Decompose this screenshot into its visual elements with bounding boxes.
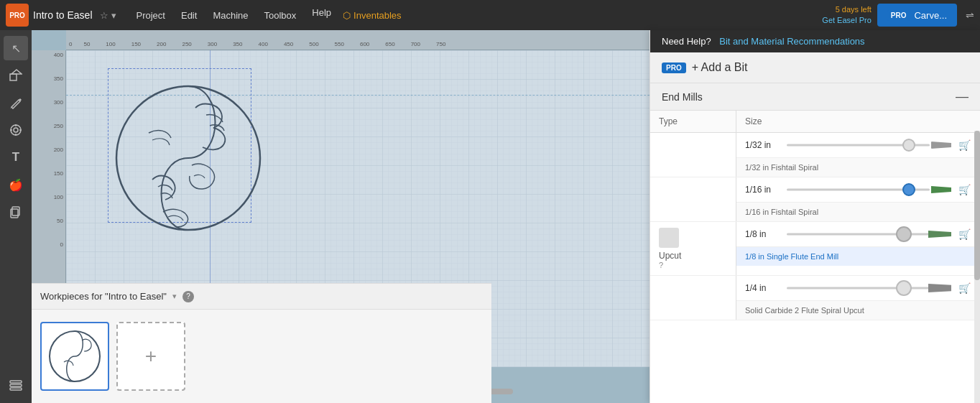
add-bit-bar: PRO + Add a Bit	[650, 52, 980, 83]
cart-icon-1-4[interactable]: 🛒	[957, 281, 971, 295]
bit-type-upcut: Upcut ?	[650, 222, 736, 275]
sidebar-item-settings[interactable]	[4, 373, 28, 397]
nav-right-section: 5 days left Get Easel Pro PRO Carve... ⇌	[822, 4, 974, 27]
upcut-icon	[659, 228, 679, 248]
svg-rect-10	[10, 381, 22, 383]
nav-inventables[interactable]: ⬡ Inventables	[336, 7, 409, 24]
bit-image-1-8	[787, 227, 951, 241]
nav-project[interactable]: Project	[129, 7, 172, 24]
pro-badge: PRO	[887, 10, 910, 21]
col-type: Type	[650, 111, 736, 132]
svg-rect-0	[10, 74, 17, 80]
bit-type-empty-4	[650, 276, 736, 320]
inventables-gem-icon: ⬡	[343, 10, 351, 21]
bit-size-1-16[interactable]: 1/16 in 🛒	[736, 177, 980, 203]
nav-toolbox[interactable]: Toolbox	[257, 7, 304, 24]
expand-icon[interactable]: ⇌	[966, 9, 974, 21]
upcut-help[interactable]: ?	[659, 261, 663, 269]
bit-label-1-32: 1/32 in	[745, 140, 781, 150]
bit-panel-help-bar: Need Help? Bit and Material Recommendati…	[650, 30, 980, 52]
svg-marker-1	[11, 70, 22, 74]
end-mills-title: End Mills	[662, 91, 703, 103]
star-icon[interactable]: ☆	[100, 10, 108, 21]
svg-rect-11	[10, 384, 22, 386]
sidebar-item-target[interactable]	[4, 118, 28, 142]
carve-button[interactable]: PRO Carve...	[877, 4, 957, 27]
sidebar-item-cursor[interactable]: ↖	[4, 36, 28, 60]
bit-image-1-32	[787, 138, 951, 152]
workpieces-dropdown-icon[interactable]: ▾	[172, 292, 177, 301]
pro-badge-add: PRO	[662, 62, 686, 73]
nav-machine[interactable]: Machine	[205, 7, 255, 24]
bit-size-1-4[interactable]: 1/4 in 🛒	[736, 276, 980, 301]
cart-icon-1-32[interactable]: 🛒	[957, 138, 971, 152]
bit-size-1-32-fishtail[interactable]: 1/32 in Fishtail Spiral	[736, 158, 980, 177]
svg-rect-12	[10, 388, 22, 390]
svg-point-3	[14, 128, 18, 132]
bit-label-1-16: 1/16 in	[745, 185, 781, 195]
bit-sizes-1-32: 1/32 in 🛒 1/32 in Fishtail Spiral	[736, 133, 980, 177]
project-title[interactable]: Intro to Easel	[33, 9, 93, 21]
bit-size-1-32[interactable]: 1/32 in 🛒	[736, 133, 980, 158]
bit-type-empty-2	[650, 177, 736, 221]
sidebar-item-text[interactable]: T	[4, 145, 28, 170]
end-mills-collapse[interactable]: —	[956, 89, 969, 104]
add-bit-label[interactable]: + Add a Bit	[692, 61, 748, 74]
bit-label-1-32-fishtail: 1/32 in Fishtail Spiral	[745, 163, 971, 172]
bit-sizes-1-16: 1/16 in 🛒 1/16 in Fishtail Spiral	[736, 177, 980, 221]
bit-label-solid-carbide: Solid Carbide 2 Flute Spiral Upcut	[745, 306, 864, 315]
nav-help[interactable]: Help	[305, 4, 338, 21]
bit-table: Type Size 1/32 in 🛒 1/32 in Fishtail Spi	[650, 111, 980, 403]
bit-sizes-1-4: 1/4 in 🛒 Solid Carbide 2 Flute Spiral Up…	[736, 276, 980, 320]
bit-table-header: Type Size	[650, 111, 980, 133]
bit-label-1-16-fishtail: 1/16 in Fishtail Spiral	[745, 208, 971, 216]
workpieces-title: Workpieces for "Intro to Easel"	[40, 291, 167, 302]
col-size: Size	[736, 111, 980, 132]
bit-selector-panel: Need Help? Bit and Material Recommendati…	[650, 30, 980, 403]
bit-label-1-8: 1/8 in	[745, 229, 781, 239]
top-nav: PRO Intro to Easel ☆ ▾ Project Edit Mach…	[0, 0, 980, 30]
workpieces-help-button[interactable]: ?	[182, 291, 194, 302]
bit-help-link[interactable]: Bit and Material Recommendations	[719, 36, 864, 47]
end-mills-header: End Mills —	[650, 83, 980, 111]
bit-image-1-4	[787, 281, 951, 295]
workpiece-thumb-1[interactable]	[40, 322, 109, 391]
bit-label-1-4: 1/4 in	[745, 283, 781, 293]
bit-size-1-8-single[interactable]: 1/8 in Single Flute End Mill	[736, 247, 980, 266]
bit-size-solid-carbide[interactable]: Solid Carbide 2 Flute Spiral Upcut	[736, 301, 980, 320]
app-logo: PRO	[6, 4, 29, 27]
bit-sizes-1-8: 1/8 in 🛒 1/8 in Single Flute End Mill	[736, 222, 980, 275]
left-sidebar: ↖ T 🍎	[0, 30, 32, 403]
bit-label-1-8-single: 1/8 in Single Flute End Mill	[745, 252, 971, 261]
workpiece-add-button[interactable]: +	[116, 322, 185, 391]
scrollbar-thumb-bit[interactable]	[974, 131, 980, 280]
days-left-info: 5 days left Get Easel Pro	[822, 4, 871, 27]
workpieces-section: Workpieces for "Intro to Easel" ▾ ? +	[32, 283, 491, 403]
sidebar-item-shapes[interactable]	[4, 63, 28, 88]
bit-row-1-8: Upcut ? 1/8 in 🛒 1/8 in Single Flute End…	[650, 222, 980, 276]
sidebar-item-apps[interactable]: 🍎	[4, 172, 28, 197]
bit-type-empty-1	[650, 133, 736, 177]
title-icons: ☆ ▾	[100, 10, 116, 21]
workpieces-content: +	[32, 310, 491, 403]
sidebar-item-pen[interactable]	[4, 91, 28, 115]
chevron-down-icon[interactable]: ▾	[111, 10, 116, 21]
nav-edit[interactable]: Edit	[174, 7, 204, 24]
bit-row-1-32: 1/32 in 🛒 1/32 in Fishtail Spiral	[650, 133, 980, 177]
bit-row-1-4: 1/4 in 🛒 Solid Carbide 2 Flute Spiral Up…	[650, 276, 980, 320]
bit-row-1-16: 1/16 in 🛒 1/16 in Fishtail Spiral	[650, 177, 980, 222]
main-nav: Project Edit Machine Toolbox Help ⬡ Inve…	[129, 7, 409, 24]
cart-icon-1-16[interactable]: 🛒	[957, 182, 971, 197]
get-easel-pro-link[interactable]: Get Easel Pro	[822, 15, 871, 26]
bit-panel-scrollbar[interactable]	[974, 131, 980, 403]
bit-size-1-8[interactable]: 1/8 in 🛒	[736, 222, 980, 247]
upcut-label: Upcut	[659, 251, 681, 261]
bit-image-1-16	[787, 182, 951, 197]
canvas-artwork	[109, 72, 267, 244]
workpieces-header: Workpieces for "Intro to Easel" ▾ ?	[32, 284, 491, 310]
svg-point-2	[11, 125, 21, 135]
sidebar-item-import[interactable]	[4, 200, 28, 224]
bit-size-1-16-fishtail[interactable]: 1/16 in Fishtail Spiral	[736, 203, 980, 221]
cart-icon-1-8[interactable]: 🛒	[957, 227, 971, 241]
